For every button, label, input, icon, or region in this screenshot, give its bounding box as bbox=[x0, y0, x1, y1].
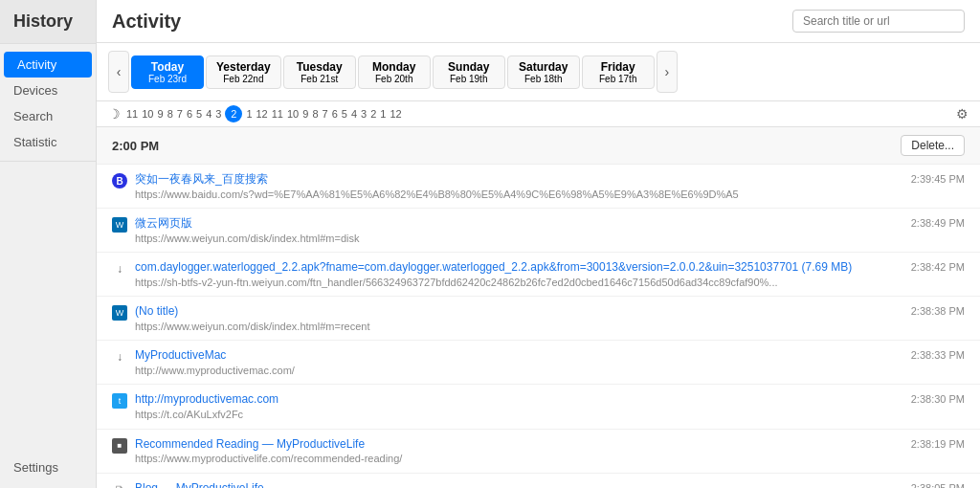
page-title: Activity bbox=[112, 11, 181, 33]
sidebar-item-activity[interactable]: Activity bbox=[4, 52, 92, 78]
hour-5[interactable]: 5 bbox=[196, 108, 202, 120]
date-yesterday-name: Yesterday bbox=[216, 60, 271, 74]
settings-icon[interactable]: ⚙ bbox=[956, 106, 969, 122]
item-content: 微云网页版 https://www.weiyun.com/disk/index.… bbox=[135, 215, 903, 245]
date-monday[interactable]: Monday Feb 20th bbox=[358, 55, 431, 89]
hour-1-pm[interactable]: 1 bbox=[380, 108, 386, 120]
hour-5-pm[interactable]: 5 bbox=[342, 108, 347, 120]
date-friday[interactable]: Friday Feb 17th bbox=[582, 55, 655, 89]
delete-button[interactable]: Delete... bbox=[901, 135, 965, 156]
hour-2-pm[interactable]: 2 bbox=[370, 108, 376, 120]
search-input[interactable] bbox=[792, 10, 965, 33]
item-title: 微云网页版 bbox=[135, 215, 903, 232]
item-time: 2:38:30 PM bbox=[911, 393, 965, 405]
hour-7-pm[interactable]: 7 bbox=[323, 108, 328, 120]
sidebar-nav: Activity Devices Search Statistic bbox=[0, 44, 96, 175]
sidebar-item-settings[interactable]: Settings bbox=[0, 455, 96, 480]
item-time: 2:38:19 PM bbox=[911, 438, 965, 450]
item-url: https://t.co/AKuLxfv2Fc bbox=[135, 408, 903, 421]
favicon-weiyun: W bbox=[112, 305, 127, 321]
hour-4-pm[interactable]: 4 bbox=[351, 108, 357, 120]
sidebar-header: History bbox=[0, 0, 96, 44]
sidebar: History Activity Devices Search Statisti… bbox=[0, 0, 97, 488]
item-time: 2:38:49 PM bbox=[911, 217, 965, 229]
history-item[interactable]: 🗋 Blog — MyProductiveLife https://www.my… bbox=[97, 474, 980, 488]
hour-8[interactable]: 8 bbox=[167, 108, 173, 120]
hour-9-pm[interactable]: 9 bbox=[302, 108, 308, 120]
hour-3-pm[interactable]: 3 bbox=[361, 108, 367, 120]
favicon-twitter: t bbox=[112, 393, 127, 409]
hour-6[interactable]: 6 bbox=[187, 108, 192, 120]
date-today-name: Today bbox=[151, 60, 184, 74]
item-time: 2:38:05 PM bbox=[911, 482, 965, 488]
item-time: 2:38:33 PM bbox=[911, 349, 965, 361]
history-item[interactable]: ↓ com.daylogger.waterlogged_2.2.apk?fnam… bbox=[97, 253, 980, 297]
hour-8-pm[interactable]: 8 bbox=[312, 108, 318, 120]
date-yesterday[interactable]: Yesterday Feb 22nd bbox=[206, 55, 281, 89]
history-item[interactable]: W 微云网页版 https://www.weiyun.com/disk/inde… bbox=[97, 209, 980, 253]
favicon-weiyun: W bbox=[112, 217, 127, 233]
hour-11[interactable]: 11 bbox=[126, 108, 138, 120]
date-tuesday[interactable]: Tuesday Feb 21st bbox=[283, 55, 356, 89]
hour-12-pm[interactable]: 12 bbox=[390, 108, 401, 120]
date-friday-date: Feb 17th bbox=[599, 74, 636, 84]
hour-4[interactable]: 4 bbox=[206, 108, 212, 120]
date-monday-date: Feb 20th bbox=[375, 74, 412, 84]
date-today[interactable]: Today Feb 23rd bbox=[131, 55, 204, 89]
hour-2-active[interactable]: 2 bbox=[225, 105, 242, 122]
item-content: MyProductiveMac http://www.myproductivem… bbox=[135, 347, 903, 377]
history-item[interactable]: ■ Recommended Reading — MyProductiveLife… bbox=[97, 430, 980, 474]
favicon-download: ↓ bbox=[112, 349, 127, 365]
item-url: https://www.weiyun.com/disk/index.html#m… bbox=[135, 232, 903, 245]
item-title: (No title) bbox=[135, 303, 903, 320]
item-title: MyProductiveMac bbox=[135, 347, 903, 364]
item-content: http://myproductivemac.com https://t.co/… bbox=[135, 391, 903, 421]
hour-10-pm[interactable]: 10 bbox=[287, 108, 299, 120]
item-time: 2:38:38 PM bbox=[911, 305, 965, 317]
hour-6-pm[interactable]: 6 bbox=[332, 108, 338, 120]
history-list: B 突如一夜春风来_百度搜索 https://www.baidu.com/s?w… bbox=[97, 165, 980, 488]
sidebar-item-devices[interactable]: Devices bbox=[0, 78, 96, 103]
history-item[interactable]: W (No title) https://www.weiyun.com/disk… bbox=[97, 297, 980, 341]
favicon-cube: ■ bbox=[112, 438, 127, 454]
favicon-doc: 🗋 bbox=[112, 482, 127, 488]
date-yesterday-date: Feb 22nd bbox=[223, 74, 263, 84]
moon-icon: ☽ bbox=[108, 106, 121, 122]
topbar: Activity bbox=[97, 0, 980, 43]
prev-date-button[interactable]: ‹ bbox=[108, 51, 129, 93]
sidebar-item-search[interactable]: Search bbox=[0, 103, 96, 129]
item-url: https://www.myproductivelife.com/recomme… bbox=[135, 452, 903, 465]
date-sunday[interactable]: Sunday Feb 19th bbox=[433, 55, 505, 89]
sidebar-item-statistic[interactable]: Statistic bbox=[0, 129, 96, 155]
item-content: Recommended Reading — MyProductiveLife h… bbox=[135, 436, 903, 466]
sidebar-divider bbox=[0, 161, 96, 162]
hour-9[interactable]: 9 bbox=[158, 108, 164, 120]
item-time: 2:38:42 PM bbox=[911, 261, 965, 273]
date-saturday-date: Feb 18th bbox=[524, 74, 562, 84]
hour-1-pre[interactable]: 1 bbox=[246, 108, 252, 120]
hour-3-pre[interactable]: 3 bbox=[215, 108, 221, 120]
favicon-baidu: B bbox=[112, 173, 127, 189]
hour-10[interactable]: 10 bbox=[142, 108, 153, 120]
date-saturday[interactable]: Saturday Feb 18th bbox=[507, 55, 580, 89]
hour-12-mid[interactable]: 12 bbox=[256, 108, 268, 120]
favicon-download: ↓ bbox=[112, 261, 127, 277]
item-content: (No title) https://www.weiyun.com/disk/i… bbox=[135, 303, 903, 333]
date-tuesday-name: Tuesday bbox=[297, 60, 343, 74]
item-time: 2:39:45 PM bbox=[911, 173, 965, 185]
date-saturday-name: Saturday bbox=[519, 60, 568, 74]
history-item[interactable]: t http://myproductivemac.com https://t.c… bbox=[97, 385, 980, 429]
hour-timeline: ☽ 11 10 9 8 7 6 5 4 3 2 1 12 11 10 9 8 7… bbox=[97, 101, 980, 127]
history-item[interactable]: ↓ MyProductiveMac http://www.myproductiv… bbox=[97, 341, 980, 385]
date-today-date: Feb 23rd bbox=[148, 74, 187, 84]
main-content: Activity ‹ Today Feb 23rd Yesterday Feb … bbox=[97, 0, 980, 488]
history-item[interactable]: B 突如一夜春风来_百度搜索 https://www.baidu.com/s?w… bbox=[97, 165, 980, 209]
date-tuesday-date: Feb 21st bbox=[301, 74, 338, 84]
item-title: Blog — MyProductiveLife bbox=[135, 480, 903, 488]
next-date-button[interactable]: › bbox=[657, 51, 678, 93]
date-sunday-name: Sunday bbox=[448, 60, 489, 74]
hour-7[interactable]: 7 bbox=[177, 108, 183, 120]
item-content: com.daylogger.waterlogged_2.2.apk?fname=… bbox=[135, 259, 903, 289]
hour-11-pm[interactable]: 11 bbox=[272, 108, 283, 120]
date-monday-name: Monday bbox=[372, 60, 415, 74]
